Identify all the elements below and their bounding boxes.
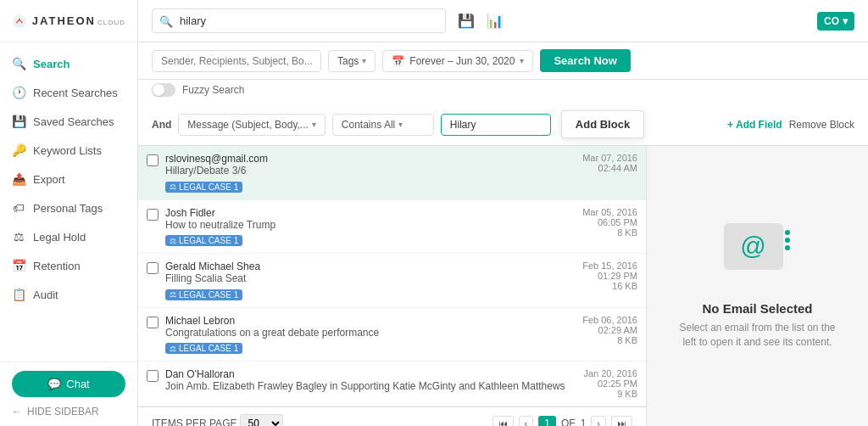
personal-tags-icon: 🏷 <box>12 201 25 215</box>
email-row[interactable]: Dan O'Halloran Join Amb. Elizabeth Frawl… <box>138 362 646 406</box>
sidebar-nav: 🔍 Search 🕐 Recent Searches 💾 Saved Searc… <box>0 42 137 362</box>
email-meta: Mar 05, 2016 06:05 PM 8 KB <box>578 207 637 238</box>
email-date: Mar 07, 2016 <box>578 153 637 163</box>
header-search-wrap: 🔍 hilary <box>152 8 446 33</box>
email-size: 16 KB <box>578 281 637 291</box>
sidebar-item-legal-hold[interactable]: ⚖ Legal Hold <box>0 222 137 251</box>
sidebar-label-keyword-lists: Keyword Lists <box>33 144 102 157</box>
email-checkbox[interactable] <box>147 154 159 166</box>
calendar-icon: 📅 <box>392 55 404 67</box>
email-body: Michael Lebron Congratulations on a grea… <box>165 315 571 355</box>
tags-chevron-icon: ▾ <box>362 56 366 65</box>
email-subject: Join Amb. Elizabeth Frawley Bagley in Su… <box>165 380 571 392</box>
email-size: 9 KB <box>578 389 637 399</box>
content-area: rslovinesq@gmail.com Hillary/Debate 3/6 … <box>138 146 868 426</box>
email-sender: Dan O'Halloran <box>165 368 571 380</box>
logo-icon <box>12 8 27 35</box>
saved-searches-icon: 💾 <box>12 115 25 128</box>
next-page-button[interactable]: › <box>591 416 606 426</box>
audit-icon: 📋 <box>12 288 25 301</box>
logo-cloud: CLOUD <box>97 19 125 26</box>
sidebar-item-saved-searches[interactable]: 💾 Saved Searches <box>0 107 137 136</box>
current-page: 1 <box>538 416 556 426</box>
search-icon: 🔍 <box>159 14 173 27</box>
legal-hold-icon: ⚖ <box>12 230 25 244</box>
email-size: 8 KB <box>578 227 637 238</box>
email-subject: How to neutralize Trump <box>165 219 571 231</box>
sidebar-item-audit[interactable]: 📋 Audit <box>0 280 137 309</box>
date-chevron-icon: ▾ <box>520 56 524 65</box>
legal-tag-icon: ⚖ <box>170 237 176 245</box>
logo-text: JATHEON <box>32 14 96 27</box>
add-block-popup[interactable]: Add Block <box>561 110 644 138</box>
email-body: Gerald Michael Shea Filling Scalia Seat … <box>165 261 571 300</box>
sidebar-item-recent-searches[interactable]: 🕐 Recent Searches <box>0 78 137 107</box>
email-tag: ⚖ LEGAL CASE 1 <box>165 182 242 193</box>
preview-title: No Email Selected <box>702 301 812 316</box>
email-time: 02:25 PM <box>578 378 637 389</box>
fuzzy-label: Fuzzy Search <box>182 84 244 96</box>
prev-page-button[interactable]: ‹ <box>519 416 534 426</box>
sidebar-footer: 💬 Chat ← HIDE SIDEBAR <box>0 362 137 426</box>
last-page-button[interactable]: ⏭ <box>611 416 632 426</box>
tags-label: Tags <box>337 55 359 67</box>
sidebar-item-retention[interactable]: 📅 Retention <box>0 251 137 280</box>
email-subject: Congratulations on a great debate perfor… <box>165 327 571 339</box>
save-search-icon[interactable]: 💾 <box>454 11 478 31</box>
email-checkbox[interactable] <box>147 209 159 221</box>
add-field-button[interactable]: + Add Field <box>727 119 782 131</box>
email-row[interactable]: Michael Lebron Congratulations on a grea… <box>138 308 646 362</box>
hide-sidebar-button[interactable]: ← HIDE SIDEBAR <box>12 406 125 418</box>
email-checkbox[interactable] <box>147 317 159 328</box>
user-initials: CO <box>824 15 839 27</box>
sidebar-label-search: Search <box>33 58 70 70</box>
email-date: Mar 05, 2016 <box>578 207 637 217</box>
main-content: 🔍 hilary 💾 📊 CO ▾ Tags ▾ 📅 Forever – Jun… <box>138 0 868 426</box>
chat-icon: 💬 <box>47 378 61 390</box>
preview-icon: @ <box>724 223 792 291</box>
email-tag: ⚖ LEGAL CASE 1 <box>165 235 242 246</box>
sidebar-item-search[interactable]: 🔍 Search <box>0 49 137 78</box>
header-actions: 💾 📊 <box>454 11 507 31</box>
sidebar-item-export[interactable]: 📤 Export <box>0 165 137 193</box>
sidebar-item-personal-tags[interactable]: 🏷 Personal Tags <box>0 193 137 222</box>
email-list: rslovinesq@gmail.com Hillary/Debate 3/6 … <box>138 146 647 406</box>
legal-tag-icon: ⚖ <box>170 345 176 353</box>
email-checkbox[interactable] <box>147 262 159 274</box>
sidebar-label-retention: Retention <box>33 260 81 272</box>
remove-block-button[interactable]: Remove Block <box>789 119 854 131</box>
email-tag: ⚖ LEGAL CASE 1 <box>165 343 242 354</box>
user-avatar[interactable]: CO ▾ <box>817 12 854 31</box>
email-checkbox[interactable] <box>147 370 159 382</box>
email-time: 06:05 PM <box>578 217 637 227</box>
sidebar-item-keyword-lists[interactable]: 🔑 Keyword Lists <box>0 136 137 165</box>
header-search-input[interactable]: hilary <box>152 8 446 33</box>
first-page-button[interactable]: ⏮ <box>492 416 514 426</box>
tags-dropdown[interactable]: Tags ▾ <box>328 50 376 72</box>
email-date: Feb 15, 2016 <box>578 261 637 271</box>
message-type-chevron-icon: ▾ <box>312 120 316 129</box>
fuzzy-toggle[interactable] <box>152 83 175 97</box>
per-page-select[interactable]: 50 25 100 <box>240 414 283 426</box>
add-block-label: Add Block <box>576 118 630 131</box>
message-type-label: Message (Subject, Body,... <box>187 119 309 131</box>
message-type-dropdown[interactable]: Message (Subject, Body,... ▾ <box>178 114 326 136</box>
email-at-icon: @ <box>740 232 765 261</box>
filter-value-input[interactable]: Hilary <box>441 114 551 136</box>
contains-label: Contains All <box>342 119 395 131</box>
email-row[interactable]: Gerald Michael Shea Filling Scalia Seat … <box>138 254 646 308</box>
email-row[interactable]: rslovinesq@gmail.com Hillary/Debate 3/6 … <box>138 146 646 200</box>
date-range-picker[interactable]: 📅 Forever – Jun 30, 2020 ▾ <box>382 50 533 72</box>
chat-button[interactable]: 💬 Chat <box>12 371 125 397</box>
sidebar-label-audit: Audit <box>33 289 58 301</box>
email-meta: Feb 06, 2016 02:29 AM 8 KB <box>578 315 637 345</box>
contains-dropdown[interactable]: Contains All ▾ <box>332 114 434 136</box>
sidebar-label-legal-hold: Legal Hold <box>33 231 86 244</box>
sender-filter-input[interactable] <box>152 50 321 72</box>
export-search-icon[interactable]: 📊 <box>483 11 507 31</box>
search-now-button[interactable]: Search Now <box>540 49 630 72</box>
email-time: 02:29 AM <box>578 325 637 335</box>
hide-sidebar-label: HIDE SIDEBAR <box>27 406 99 418</box>
preview-panel: @ No Email Selected Select an email from… <box>647 146 868 426</box>
email-row[interactable]: Josh Fidler How to neutralize Trump ⚖ LE… <box>138 200 646 255</box>
